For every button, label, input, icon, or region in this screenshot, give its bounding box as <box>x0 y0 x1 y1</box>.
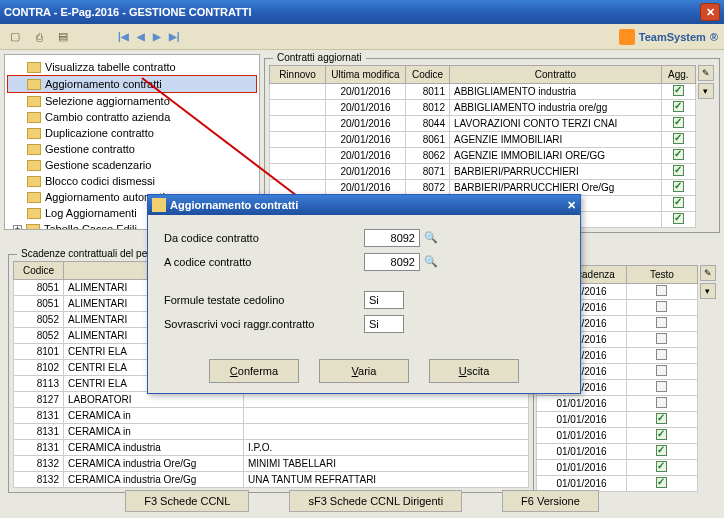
table-row[interactable]: 01/01/2016 <box>537 444 698 460</box>
tree-item[interactable]: Cambio contratto azienda <box>7 109 257 125</box>
from-code-label: Da codice contratto <box>164 232 364 244</box>
formule-input[interactable] <box>364 291 404 309</box>
nav-prev-icon[interactable]: ◀ <box>137 31 145 42</box>
table-row[interactable]: 01/01/2016 <box>537 428 698 444</box>
sf3-schede-button[interactable]: sF3 Schede CCNL Dirigenti <box>289 490 462 512</box>
tree-item[interactable]: Duplicazione contratto <box>7 125 257 141</box>
table-row[interactable]: 20/01/20168062AGENZIE IMMOBILIARI ORE/GG <box>270 148 696 164</box>
print-icon[interactable]: ⎙ <box>30 28 48 46</box>
from-code-input[interactable] <box>364 229 420 247</box>
table-row[interactable]: 01/01/2016 <box>537 412 698 428</box>
window-title: CONTRA - E-Pag.2016 - GESTIONE CONTRATTI <box>4 6 700 18</box>
table-row[interactable]: 8132CERAMICA industria Ore/GgMINIMI TABE… <box>14 456 529 472</box>
folder-icon <box>27 62 41 73</box>
folder-icon <box>26 224 40 231</box>
scroll-down-icon[interactable]: ▾ <box>700 283 716 299</box>
table-row[interactable]: 01/01/2016 <box>537 460 698 476</box>
table-row[interactable]: 20/01/20168071BARBIERI/PARRUCCHIERI <box>270 164 696 180</box>
formule-label: Formule testate cedolino <box>164 294 364 306</box>
sovra-label: Sovrascrivi voci raggr.contratto <box>164 318 364 330</box>
nav-last-icon[interactable]: ▶| <box>169 31 180 42</box>
wizard-icon[interactable]: ✎ <box>698 65 714 81</box>
window-titlebar: CONTRA - E-Pag.2016 - GESTIONE CONTRATTI… <box>0 0 724 24</box>
new-icon[interactable]: ▢ <box>6 28 24 46</box>
table-row[interactable]: 20/01/20168012ABBIGLIAMENTO industria or… <box>270 100 696 116</box>
to-code-label: A codice contratto <box>164 256 364 268</box>
folder-icon <box>27 192 41 203</box>
table-row[interactable]: 8131CERAMICA in <box>14 408 529 424</box>
footer-buttons: F3 Schede CCNL sF3 Schede CCNL Dirigenti… <box>0 490 724 512</box>
toolbar: ▢ ⎙ ▤ |◀ ◀ ▶ ▶| TeamSystem® <box>0 24 724 50</box>
folder-icon <box>27 128 41 139</box>
table-row[interactable]: 8132CERAMICA industria Ore/GgUNA TANTUM … <box>14 472 529 488</box>
doc-icon[interactable]: ▤ <box>54 28 72 46</box>
table-row[interactable]: 8131CERAMICA industriaI.P.O. <box>14 440 529 456</box>
folder-icon <box>27 208 41 219</box>
dialog-titlebar[interactable]: Aggiornamento contratti ✕ <box>148 195 580 215</box>
search-icon[interactable]: 🔍 <box>424 231 438 245</box>
table-row[interactable]: 20/01/20168061AGENZIE IMMOBILIARI <box>270 132 696 148</box>
dialog-title: Aggiornamento contratti <box>170 199 567 211</box>
tree-item-selected[interactable]: Aggiornamento contratti <box>7 75 257 93</box>
folder-icon <box>27 112 41 123</box>
exit-button[interactable]: Uscita <box>429 359 519 383</box>
brand-icon <box>619 29 635 45</box>
vary-button[interactable]: Varia <box>319 359 409 383</box>
tree-item[interactable]: Gestione scadenzario <box>7 157 257 173</box>
folder-icon <box>27 79 41 90</box>
table-row[interactable]: 01/01/2016 <box>537 396 698 412</box>
folder-icon <box>27 160 41 171</box>
confirm-button[interactable]: Conferma <box>209 359 299 383</box>
tree-item[interactable]: Blocco codici dismessi <box>7 173 257 189</box>
table-row[interactable]: 20/01/20168011ABBIGLIAMENTO industria <box>270 84 696 100</box>
tree-item[interactable]: Gestione contratto <box>7 141 257 157</box>
f3-schede-button[interactable]: F3 Schede CCNL <box>125 490 249 512</box>
table-row[interactable]: 8131CERAMICA in <box>14 424 529 440</box>
folder-icon <box>27 144 41 155</box>
close-button[interactable]: ✕ <box>700 3 720 21</box>
plus-icon[interactable]: + <box>13 225 22 231</box>
brand-logo: TeamSystem® <box>619 29 718 45</box>
tree-item[interactable]: Visualizza tabelle contratto <box>7 59 257 75</box>
nav-first-icon[interactable]: |◀ <box>118 31 129 42</box>
dialog-close-button[interactable]: ✕ <box>567 199 576 212</box>
brand-text: TeamSystem <box>639 31 706 43</box>
sovra-input[interactable] <box>364 315 404 333</box>
dialog-icon <box>152 198 166 212</box>
wizard-icon[interactable]: ✎ <box>700 265 716 281</box>
folder-icon <box>27 96 41 107</box>
nav-next-icon[interactable]: ▶ <box>153 31 161 42</box>
search-icon[interactable]: 🔍 <box>424 255 438 269</box>
scroll-down-icon[interactable]: ▾ <box>698 83 714 99</box>
update-contracts-dialog: Aggiornamento contratti ✕ Da codice cont… <box>147 194 581 394</box>
group-label: Contratti aggiornati <box>273 52 366 63</box>
to-code-input[interactable] <box>364 253 420 271</box>
tree-item[interactable]: Selezione aggiornamento <box>7 93 257 109</box>
table-row[interactable]: 20/01/20168044LAVORAZIONI CONTO TERZI CN… <box>270 116 696 132</box>
folder-icon <box>27 176 41 187</box>
f6-versione-button[interactable]: F6 Versione <box>502 490 599 512</box>
